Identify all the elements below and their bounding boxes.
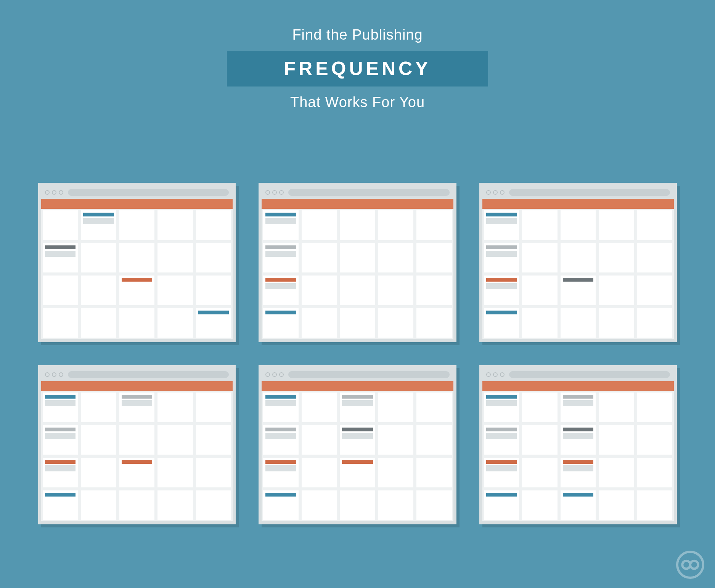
header-banner [41,381,233,391]
calendar-cell [262,391,300,424]
calendar-entry-body [486,465,517,471]
traffic-light-icon [493,372,498,377]
calendar-cell [156,424,194,457]
header-banner [262,199,453,209]
calendar-entry [122,460,152,464]
calendar-cell [262,456,300,489]
calendar-entry-body [45,465,76,471]
calendar-cell [377,489,415,522]
calendar-cell [300,242,338,274]
calendar-entry [486,278,517,282]
calendar-grid [262,391,453,521]
calendar-cell [636,424,674,457]
browser-chrome [262,368,453,381]
calendar-entry-body [265,433,296,439]
calendar-entry-body [486,283,517,289]
calendar-cell [41,209,79,242]
address-bar [288,371,449,378]
header-banner [482,381,674,391]
address-bar [288,189,449,196]
calendar-entry-body [486,218,517,224]
coschedule-logo-icon [676,551,704,579]
traffic-light-icon [500,372,505,377]
calendar-cell [338,274,376,307]
header-banner [41,199,233,209]
calendar-entry-body [342,400,373,406]
calendar-cell [300,391,338,424]
calendar-cell [559,242,597,274]
calendar-cell [79,391,117,424]
calendar-window [259,183,456,342]
calendar-cell [41,242,79,274]
calendar-cell [262,424,300,457]
calendar-entry [122,278,152,282]
traffic-light-icon [272,372,277,377]
calendar-entry [45,245,76,249]
calendar-cell [156,209,194,242]
calendar-cell [300,274,338,307]
calendar-cell [559,274,597,307]
calendar-cell [79,274,117,307]
calendar-cell [521,424,559,457]
calendar-cell [559,424,597,457]
calendar-cell [338,209,376,242]
calendar-cell [156,489,194,522]
calendar-cell [262,274,300,307]
calendar-cell [79,456,117,489]
calendar-cell [482,242,521,274]
calendar-cell [194,307,233,340]
traffic-light-icon [500,190,505,195]
calendar-entry [486,460,517,464]
calendar-cell [194,391,233,424]
calendar-cell [118,242,156,274]
calendar-cell [559,456,597,489]
traffic-light-icon [45,190,50,195]
calendar-cell [521,274,559,307]
calendar-window [38,365,236,524]
traffic-light-icon [45,372,50,377]
address-bar [68,189,229,196]
calendar-cell [300,456,338,489]
calendar-cell [118,307,156,340]
calendar-entry [342,395,373,399]
calendar-cell [118,274,156,307]
heading-line-1: Find the Publishing [0,27,715,43]
calendar-entry [265,395,296,399]
address-bar [509,189,670,196]
calendar-cell [377,391,415,424]
calendar-window [259,365,456,524]
calendar-cell [482,274,521,307]
traffic-light-icon [279,190,284,195]
calendar-entry-body [265,218,296,224]
calendar-entry [265,493,296,497]
calendar-entry [265,245,296,249]
calendar-cell [338,307,376,340]
calendar-cell [482,489,521,522]
traffic-light-icon [486,190,491,195]
calendar-entry [45,460,76,464]
calendar-cell [41,424,79,457]
calendar-cell [118,209,156,242]
traffic-light-icon [279,372,284,377]
heading-line-3: That Works For You [0,94,715,111]
calendar-cell [482,424,521,457]
calendar-cell [79,209,117,242]
calendar-cell [521,242,559,274]
calendar-cell [262,242,300,274]
calendar-cell [194,456,233,489]
calendar-cell [118,391,156,424]
calendar-entry-body [486,433,517,439]
browser-chrome [41,186,233,199]
traffic-light-icon [272,190,277,195]
calendar-cell [377,456,415,489]
calendar-cell [636,391,674,424]
calendar-cell [79,489,117,522]
calendar-cell [156,391,194,424]
browser-chrome [41,368,233,381]
calendar-cell [636,209,674,242]
calendar-entry-body [486,400,517,406]
calendar-entry [198,311,229,314]
calendar-cell [377,424,415,457]
calendar-cell [636,456,674,489]
calendar-cell [415,209,453,242]
